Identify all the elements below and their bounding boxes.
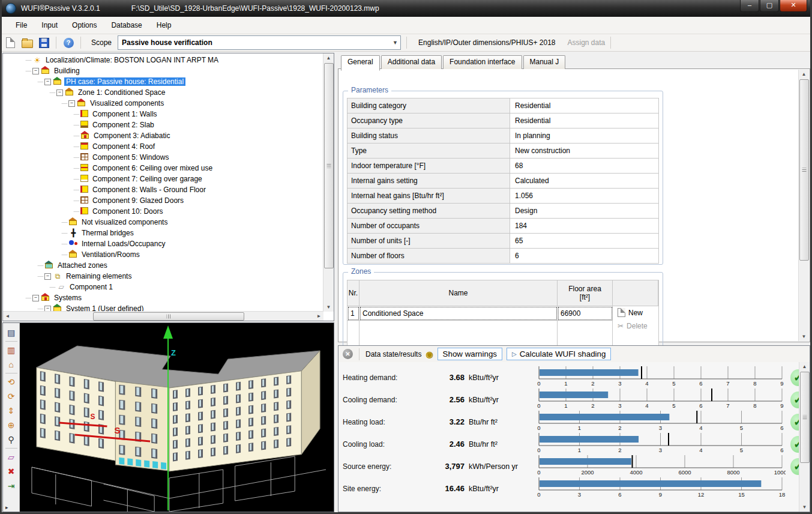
tree-item[interactable]: Component 8: Walls - Ground Floor [3, 184, 323, 195]
help-icon: ? [64, 38, 74, 48]
properties-panel-icon[interactable]: ▤ [5, 326, 18, 339]
view-compass-icon[interactable]: ⊕ [5, 419, 18, 432]
zoom-icon[interactable]: ⚲ [5, 433, 18, 446]
rotate-x-icon[interactable]: ⟲ [5, 375, 18, 389]
collapse-icon[interactable]: − [32, 295, 39, 301]
scrollbar-thumb[interactable] [799, 79, 809, 261]
parameter-value[interactable]: Residential [510, 113, 658, 128]
delete-zone-button[interactable]: ✂Delete [618, 322, 658, 330]
menu-file[interactable]: File [8, 18, 34, 32]
scroll-down-icon[interactable]: ▼ [323, 303, 334, 312]
assign-data-button[interactable]: Assign data [567, 38, 605, 47]
tree-item[interactable]: Component 2: Slab [3, 119, 323, 130]
scroll-down-icon[interactable]: ▼ [799, 332, 809, 341]
tree-item[interactable]: Component 5: Windows [3, 152, 323, 163]
zone-row-cell[interactable]: 1 [347, 306, 359, 321]
new-file-button[interactable] [4, 36, 17, 49]
save-button[interactable] [37, 36, 50, 49]
tree-item[interactable]: Attached zones [3, 260, 323, 271]
polygon-icon[interactable]: ▱ [5, 450, 18, 464]
help-button[interactable]: ? [62, 36, 75, 49]
scrollbar-thumb[interactable] [800, 372, 810, 463]
tree-item[interactable]: −Building [3, 65, 323, 76]
parameter-value[interactable]: New construction [510, 144, 658, 158]
close-results-icon[interactable]: ✕ [343, 349, 353, 359]
tree-item[interactable]: −Zone 1: Conditioned Space [3, 87, 323, 98]
menu-options[interactable]: Options [65, 18, 104, 32]
open-file-button[interactable] [20, 36, 34, 49]
panel-vertical-scrollbar[interactable]: ▲ ▼ [798, 70, 809, 341]
scroll-up-icon[interactable]: ▲ [323, 53, 334, 62]
3d-canvas[interactable]: ZSS [20, 323, 334, 512]
tree-item[interactable]: −Visualized components [3, 98, 323, 109]
tree-horizontal-scrollbar[interactable]: ◄ ► [3, 311, 323, 321]
parameter-value[interactable]: 68 [510, 159, 658, 173]
tree-item[interactable]: Component 3: Adiabatic [3, 130, 323, 141]
rotate-y-icon[interactable]: ⟳ [5, 390, 18, 403]
tab-foundation-interface[interactable]: Foundation interface [443, 55, 522, 69]
tab-manual-j[interactable]: Manual J [523, 55, 566, 69]
parameter-value[interactable]: 6 [510, 249, 658, 263]
collapse-icon[interactable]: − [56, 89, 63, 96]
tree-item[interactable]: Component 1: Walls [3, 109, 323, 119]
scroll-up-icon[interactable]: ▲ [799, 70, 809, 79]
scope-dropdown[interactable]: Passive house verification ▼ [118, 35, 401, 50]
tree-item[interactable]: −Systems [3, 292, 323, 303]
parameter-value[interactable]: 1.056 [510, 189, 658, 203]
tree-item[interactable]: ▱Component 1 [3, 282, 323, 292]
collapse-icon[interactable]: − [68, 100, 75, 107]
parameter-value[interactable]: Residential [510, 98, 658, 113]
tree-item[interactable]: ☀Localization/Climate: BOSTON LOGAN INT … [3, 55, 323, 65]
tree-item[interactable]: Internal Loads/Occupancy [3, 238, 323, 249]
parameters-group: Parameters Building categoryResidentialO… [343, 91, 663, 265]
tree-item[interactable]: −System 1 (User defined) [3, 303, 323, 312]
zone-row-cell[interactable]: Conditioned Space [359, 306, 558, 321]
parameter-value[interactable]: In planning [510, 128, 658, 143]
results-vertical-scrollbar[interactable]: ▲ ▼ [799, 362, 810, 512]
tree-vertical-scrollbar[interactable]: ▲ ▼ [323, 53, 334, 312]
menu-help[interactable]: Help [149, 18, 179, 32]
scroll-down-icon[interactable]: ▼ [799, 503, 810, 512]
scroll-up-icon[interactable]: ▲ [799, 362, 810, 371]
tree-item[interactable]: −⧉Remaining elements [3, 271, 323, 282]
scope-value: Passive house verification [118, 38, 212, 47]
collapse-icon[interactable]: − [44, 273, 51, 280]
compass-rose-off-icon[interactable]: ✖ [5, 465, 18, 478]
tab-general[interactable]: General [341, 55, 380, 71]
result-value: 2.46 [426, 440, 468, 449]
parameter-value[interactable]: 65 [510, 234, 658, 248]
parameter-value[interactable]: Calculated [510, 174, 658, 188]
collapse-icon[interactable]: − [44, 79, 51, 85]
menu-input[interactable]: Input [34, 18, 65, 32]
show-warnings-button[interactable]: Show warnings [438, 348, 502, 360]
toolbar-overflow-icon[interactable]: ▸ [5, 504, 8, 510]
tree-item[interactable]: Ventilation/Rooms [3, 249, 323, 260]
tree-item[interactable]: Component 7: Ceiling over garage [3, 174, 323, 184]
zone-row-cell[interactable]: 66900 [558, 306, 613, 321]
menu-database[interactable]: Database [104, 18, 149, 32]
tree-item[interactable]: Component 10: Doors [3, 206, 323, 217]
scroll-left-icon[interactable]: ◄ [3, 312, 12, 321]
tree-item[interactable]: Component 6: Ceiling over mixed use [3, 163, 323, 174]
scrollbar-thumb[interactable] [93, 312, 244, 321]
translate-z-icon[interactable]: ⇕ [5, 404, 18, 417]
tree-item[interactable]: Not visualized components [3, 217, 323, 228]
calculate-shading-button[interactable]: ▷Calculate WUFI shading [507, 348, 611, 360]
scroll-right-icon[interactable]: ► [314, 312, 323, 321]
tree-item[interactable]: Component 9: Glazed Doors [3, 195, 323, 206]
tree-item[interactable]: Component 4: Roof [3, 141, 323, 152]
maximize-button[interactable]: ▢ [760, 0, 779, 12]
parameter-value[interactable]: Design [510, 204, 658, 218]
component-list-icon[interactable]: ▥ [5, 343, 18, 357]
tab-additional-data[interactable]: Additional data [381, 55, 442, 69]
minimize-button[interactable]: – [740, 0, 759, 12]
collapse-icon[interactable]: − [32, 68, 39, 74]
close-button[interactable]: ✕ [780, 0, 807, 12]
new-zone-button[interactable]: New [618, 308, 658, 317]
parameter-value[interactable]: 184 [510, 219, 658, 233]
section-icon[interactable]: ⇥ [5, 479, 18, 492]
tree-item[interactable]: ╋Thermal bridges [3, 228, 323, 238]
scrollbar-thumb[interactable] [324, 63, 334, 268]
building-view-icon[interactable]: ⌂ [5, 358, 18, 371]
tree-item[interactable]: −PH case: Passive house: Residential [3, 76, 323, 87]
